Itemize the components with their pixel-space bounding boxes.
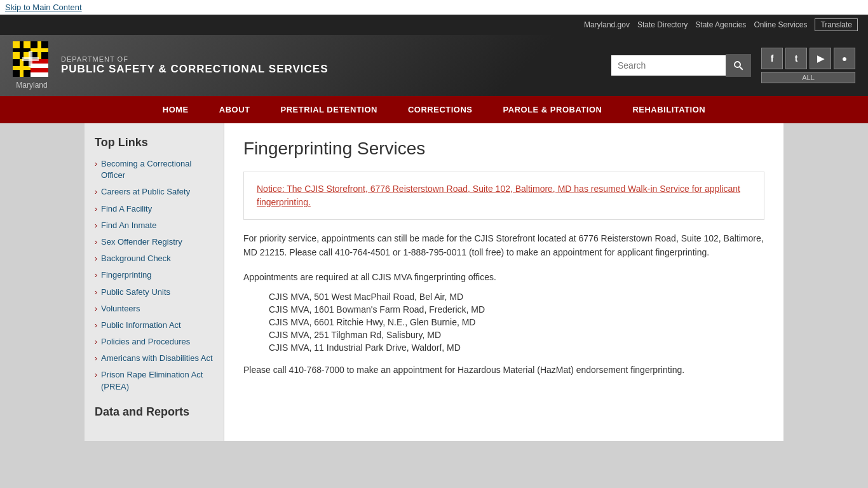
chevron-icon: › bbox=[95, 204, 97, 215]
sidebar-item-find-inmate[interactable]: › Find An Inmate bbox=[95, 220, 214, 231]
main-navigation: HOME ABOUT PRETRIAL DETENTION CORRECTION… bbox=[0, 96, 868, 123]
location-item: CJIS MVA, 11 Industrial Park Drive, Wald… bbox=[269, 342, 764, 353]
state-name-label: Maryland bbox=[16, 81, 47, 90]
online-services-link[interactable]: Online Services bbox=[754, 20, 807, 29]
chevron-icon: › bbox=[95, 270, 97, 281]
sidebar-section2-title: Data and Reports bbox=[95, 405, 214, 419]
site-header: Maryland DEPARTMENT OF PUBLIC SAFETY & C… bbox=[0, 35, 868, 96]
sidebar-item-background[interactable]: › Background Check bbox=[95, 253, 214, 264]
chevron-icon: › bbox=[95, 220, 97, 231]
sidebar-item-prea[interactable]: › Prison Rape Elimination Act (PREA) bbox=[95, 369, 214, 392]
location-item: CJIS MVA, 501 West MacPhail Road, Bel Ai… bbox=[269, 292, 764, 302]
dept-label: DEPARTMENT OF bbox=[61, 55, 329, 63]
chevron-icon: › bbox=[95, 370, 97, 381]
sidebar-item-public-safety-units[interactable]: › Public Safety Units bbox=[95, 287, 214, 298]
location-item: CJIS MVA, 1601 Bowman's Farm Road, Frede… bbox=[269, 304, 764, 315]
svg-line-23 bbox=[740, 67, 743, 70]
twitter-icon[interactable]: t bbox=[785, 48, 807, 69]
social-icons-row: f t ▶ ● bbox=[761, 48, 855, 69]
main-paragraph-3: Please call 410-768-7000 to make an appo… bbox=[243, 363, 764, 377]
sidebar-item-ada[interactable]: › Americans with Disabilities Act bbox=[95, 353, 214, 364]
chevron-icon: › bbox=[95, 320, 97, 331]
svg-rect-21 bbox=[22, 57, 39, 61]
rss-icon[interactable]: ● bbox=[834, 48, 855, 69]
chevron-icon: › bbox=[95, 337, 97, 348]
translate-button[interactable]: Translate bbox=[815, 18, 858, 31]
sidebar-item-find-facility[interactable]: › Find A Facility bbox=[95, 203, 214, 215]
sidebar-item-sex-offender[interactable]: › Sex Offender Registry bbox=[95, 236, 214, 248]
chevron-icon: › bbox=[95, 304, 97, 315]
maryland-flag-logo bbox=[13, 41, 51, 79]
locations-list: CJIS MVA, 501 West MacPhail Road, Bel Ai… bbox=[243, 292, 764, 353]
search-input[interactable] bbox=[611, 55, 726, 76]
sidebar-item-fingerprinting[interactable]: › Fingerprinting bbox=[95, 269, 214, 281]
social-area: f t ▶ ● ALL bbox=[761, 48, 855, 83]
location-item: CJIS MVA, 6601 Ritchie Hwy, N.E., Glen B… bbox=[269, 317, 764, 327]
all-social-button[interactable]: ALL bbox=[761, 72, 855, 83]
youtube-icon[interactable]: ▶ bbox=[810, 48, 831, 69]
agency-text: DEPARTMENT OF PUBLIC SAFETY & CORRECTION… bbox=[61, 55, 329, 76]
nav-pretrial[interactable]: PRETRIAL DETENTION bbox=[265, 96, 393, 123]
header-content: Maryland DEPARTMENT OF PUBLIC SAFETY & C… bbox=[13, 41, 855, 90]
sidebar: Top Links › Becoming a Correctional Offi… bbox=[85, 123, 224, 441]
search-area bbox=[611, 54, 751, 77]
notice-box: Notice: The CJIS Storefront, 6776 Reiste… bbox=[243, 172, 764, 220]
maryland-gov-link[interactable]: Maryland.gov bbox=[584, 20, 630, 29]
nav-rehabilitation[interactable]: REHABILITATION bbox=[617, 96, 721, 123]
chevron-icon: › bbox=[95, 237, 97, 248]
main-paragraph-1: For priority service, appointments can s… bbox=[243, 231, 764, 260]
logo-area: Maryland bbox=[13, 41, 51, 90]
skip-link[interactable]: Skip to Main Content bbox=[0, 0, 868, 15]
svg-rect-19 bbox=[31, 72, 48, 77]
chevron-icon: › bbox=[95, 287, 97, 298]
facebook-icon[interactable]: f bbox=[761, 48, 783, 69]
main-paragraph-2: Appointments are required at all CJIS MV… bbox=[243, 270, 764, 284]
sidebar-item-volunteers[interactable]: › Volunteers bbox=[95, 303, 214, 315]
sidebar-item-policies[interactable]: › Policies and Procedures bbox=[95, 336, 214, 348]
search-icon bbox=[733, 60, 744, 71]
sidebar-title: Top Links bbox=[95, 136, 214, 149]
chevron-icon: › bbox=[95, 159, 97, 170]
sidebar-item-careers[interactable]: › Careers at Public Safety bbox=[95, 186, 214, 198]
nav-corrections[interactable]: CORRECTIONS bbox=[393, 96, 488, 123]
agency-name: PUBLIC SAFETY & CORRECTIONAL SERVICES bbox=[61, 63, 329, 76]
chevron-icon: › bbox=[95, 187, 97, 198]
state-directory-link[interactable]: State Directory bbox=[637, 20, 688, 29]
location-item: CJIS MVA, 251 Tilghman Rd, Salisbury, MD bbox=[269, 330, 764, 340]
search-button[interactable] bbox=[726, 54, 751, 77]
sidebar-item-public-info-act[interactable]: › Public Information Act bbox=[95, 320, 214, 331]
notice-link[interactable]: Notice: The CJIS Storefront, 6776 Reiste… bbox=[257, 184, 740, 207]
svg-point-22 bbox=[735, 62, 740, 67]
sidebar-item-becoming[interactable]: › Becoming a Correctional Officer bbox=[95, 158, 214, 181]
top-bar: Maryland.gov State Directory State Agenc… bbox=[0, 15, 868, 35]
chevron-icon: › bbox=[95, 353, 97, 364]
state-agencies-link[interactable]: State Agencies bbox=[695, 20, 746, 29]
page-title: Fingerprinting Services bbox=[243, 139, 764, 159]
nav-home[interactable]: HOME bbox=[147, 96, 204, 123]
main-content: Fingerprinting Services Notice: The CJIS… bbox=[224, 123, 783, 441]
nav-about[interactable]: ABOUT bbox=[204, 96, 266, 123]
content-wrapper: Top Links › Becoming a Correctional Offi… bbox=[85, 123, 783, 441]
nav-parole[interactable]: PAROLE & PROBATION bbox=[488, 96, 618, 123]
chevron-icon: › bbox=[95, 254, 97, 264]
